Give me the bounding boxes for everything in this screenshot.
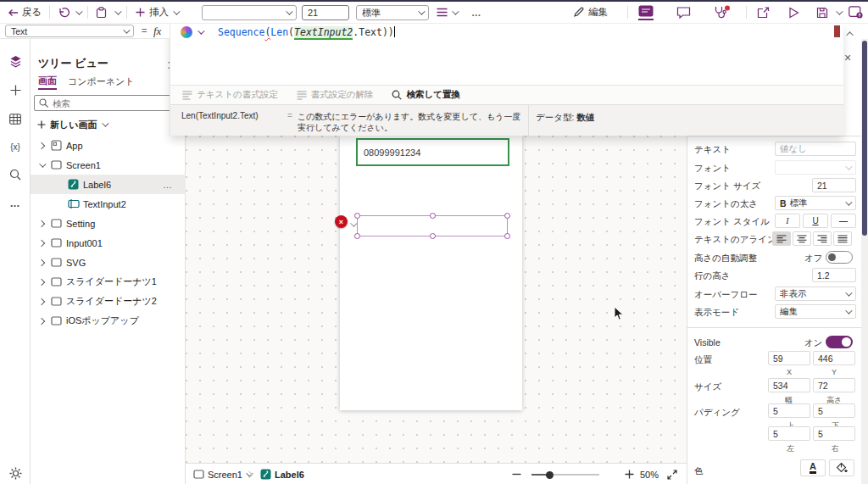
selected-label-control[interactable] (357, 215, 508, 236)
formula-input-line[interactable]: Sequence(Len(TextInput2.Text)) (170, 24, 843, 41)
auto-height-toggle[interactable] (826, 251, 853, 264)
back-button[interactable]: 戻る (8, 2, 42, 23)
font-color-button[interactable]: A (800, 459, 826, 476)
zoom-out-button[interactable] (512, 464, 521, 484)
tree-item-input001[interactable]: Input001 (31, 233, 186, 253)
canvas-text-input[interactable]: 08099991234 (356, 138, 509, 166)
new-screen-button[interactable]: 新しい画面 (37, 117, 107, 132)
prop-display-mode-select[interactable]: 編集 (775, 304, 856, 319)
zoom-slider[interactable] (531, 474, 599, 476)
panel-close-button[interactable]: × (844, 51, 851, 64)
publish-button[interactable] (849, 2, 863, 23)
control-error-badge[interactable]: × (335, 215, 348, 228)
prop-font-select[interactable] (775, 160, 856, 175)
resize-handle-top-mid[interactable] (430, 213, 436, 219)
formula-scrollbar-thumb[interactable] (834, 25, 840, 37)
tree-item-setting[interactable]: Setting (31, 214, 186, 233)
resize-handle-bottom-left[interactable] (354, 233, 360, 239)
align-justify-button[interactable] (833, 231, 852, 246)
resize-handle-bottom-mid[interactable] (430, 233, 436, 239)
tree-item-スライダードーナツ1[interactable]: スライダードーナツ1 (31, 272, 186, 292)
rail-insert-button[interactable] (0, 80, 31, 100)
formula-expression[interactable]: Sequence(Len(TextInput2.Text)) (218, 26, 395, 38)
tab-screens[interactable]: 画面 (38, 73, 57, 90)
tree-item-svg[interactable]: SVG (31, 253, 186, 272)
prop-font-weight-select[interactable]: B 標準 (775, 196, 856, 210)
comments-button[interactable] (676, 2, 691, 23)
chevron-right-icon[interactable] (38, 298, 45, 304)
prop-line-height-input[interactable]: 1.2 (812, 268, 856, 282)
zoom-in-button[interactable] (625, 464, 634, 484)
scrollbar-thumb[interactable] (862, 41, 867, 236)
property-select[interactable]: Text (5, 25, 134, 37)
tree-item-screen1[interactable]: Screen1 (31, 155, 186, 175)
copilot-icon[interactable] (181, 26, 192, 38)
app-checker-button[interactable] (714, 2, 731, 23)
position-y-input[interactable]: 446 (813, 351, 855, 365)
toolbar-overflow-button[interactable]: … (471, 2, 482, 23)
prop-overflow-select[interactable]: 非表示 (775, 287, 856, 301)
insert-button[interactable]: 挿入 (136, 2, 178, 23)
clear-format-button[interactable]: 書式設定の解除 (297, 89, 374, 101)
resize-handle-top-right[interactable] (504, 213, 510, 219)
padding-top-input[interactable]: 5 (768, 403, 810, 418)
italic-button[interactable]: I (775, 214, 800, 228)
rail-search-button[interactable] (0, 164, 31, 185)
padding-right-input[interactable]: 5 (813, 426, 855, 441)
save-menu-button[interactable] (836, 2, 841, 23)
tree-item-iosポップアップ[interactable]: iOSポップアップ (31, 311, 186, 331)
font-weight-select[interactable]: 標準 (356, 5, 429, 20)
design-canvas[interactable]: 08099991234 × (186, 136, 687, 463)
padding-bottom-input[interactable]: 5 (813, 403, 855, 418)
rail-more-button[interactable]: … (0, 193, 31, 214)
fill-color-button[interactable] (829, 459, 854, 476)
prop-text-input[interactable]: 値なし (775, 142, 856, 156)
text-align-menu-button[interactable] (437, 2, 457, 23)
undo-button[interactable] (58, 2, 70, 23)
chevron-down-icon[interactable] (198, 27, 204, 34)
rail-data-button[interactable] (0, 108, 31, 129)
resize-handle-top-left[interactable] (354, 213, 360, 219)
resize-handle-bottom-right[interactable] (504, 233, 510, 239)
chevron-right-icon[interactable] (38, 239, 45, 246)
error-badge-menu[interactable] (350, 219, 355, 229)
underline-button[interactable]: U (803, 214, 828, 228)
align-left-button[interactable] (772, 231, 791, 246)
size-height-input[interactable]: 72 (813, 378, 855, 392)
tree-item-label6[interactable]: Label6… (31, 175, 186, 194)
app-authoring-panel-button[interactable] (638, 2, 654, 23)
size-width-input[interactable]: 534 (768, 378, 810, 392)
zoom-slider-thumb[interactable] (546, 471, 554, 479)
rail-variables-button[interactable]: {x} (0, 136, 31, 157)
chevron-right-icon[interactable] (38, 142, 45, 148)
chevron-right-icon[interactable] (38, 259, 45, 265)
format-text-button[interactable]: テキストの書式設定 (182, 89, 278, 101)
chevron-right-icon[interactable] (38, 220, 45, 226)
tree-search-input[interactable] (53, 98, 146, 108)
rail-tree-view-button[interactable] (0, 51, 31, 71)
chevron-right-icon[interactable] (38, 278, 45, 285)
preview-button[interactable] (788, 2, 799, 23)
edit-mode-button[interactable]: 編集 (573, 2, 608, 23)
align-center-button[interactable] (793, 231, 811, 246)
rail-settings-button[interactable] (0, 463, 31, 483)
font-family-select[interactable] (202, 5, 297, 20)
breadcrumb-control[interactable]: Label6 (260, 464, 304, 484)
paste-button[interactable] (96, 2, 107, 23)
undo-menu-button[interactable] (75, 2, 81, 23)
chevron-right-icon[interactable] (38, 317, 45, 324)
tree-item-textinput2[interactable]: TextInput2 (31, 194, 186, 214)
prop-font-size-input[interactable]: 21 (812, 178, 856, 192)
tab-components[interactable]: コンポーネント (68, 73, 135, 90)
share-button[interactable] (757, 2, 770, 23)
chevron-down-icon[interactable] (39, 160, 46, 167)
visible-toggle[interactable] (826, 336, 853, 348)
font-size-input[interactable]: 21 (302, 5, 349, 20)
save-button[interactable] (816, 2, 828, 23)
formula-collapse-button[interactable] (849, 28, 854, 38)
paste-menu-button[interactable] (114, 2, 120, 23)
strikethrough-button[interactable]: — (831, 214, 856, 228)
position-x-input[interactable]: 59 (768, 351, 810, 365)
breadcrumb-screen[interactable]: Screen1 (193, 464, 251, 484)
tree-item-app[interactable]: App (31, 136, 186, 155)
